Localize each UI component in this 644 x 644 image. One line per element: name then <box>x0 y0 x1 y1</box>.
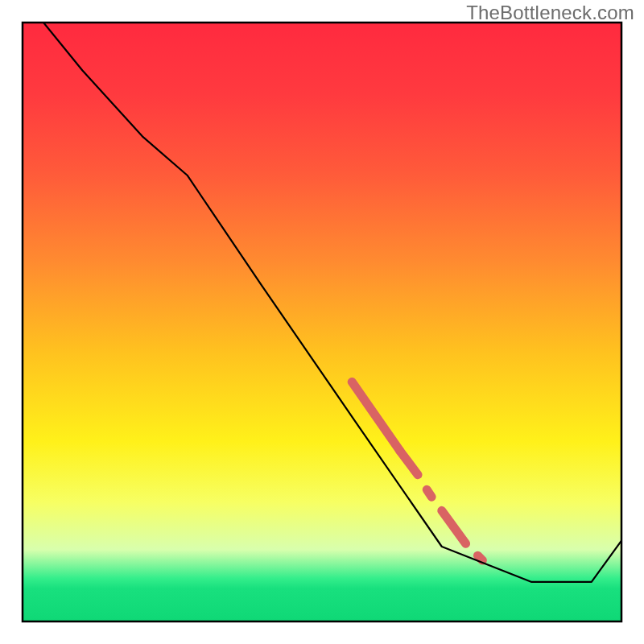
bottleneck-chart: TheBottleneck.com <box>0 0 644 644</box>
watermark-text: TheBottleneck.com <box>466 2 634 24</box>
background-gradient <box>23 23 621 621</box>
segment-e-dot <box>477 555 482 560</box>
segment-c-dot <box>427 489 431 497</box>
chart-svg <box>0 0 644 644</box>
